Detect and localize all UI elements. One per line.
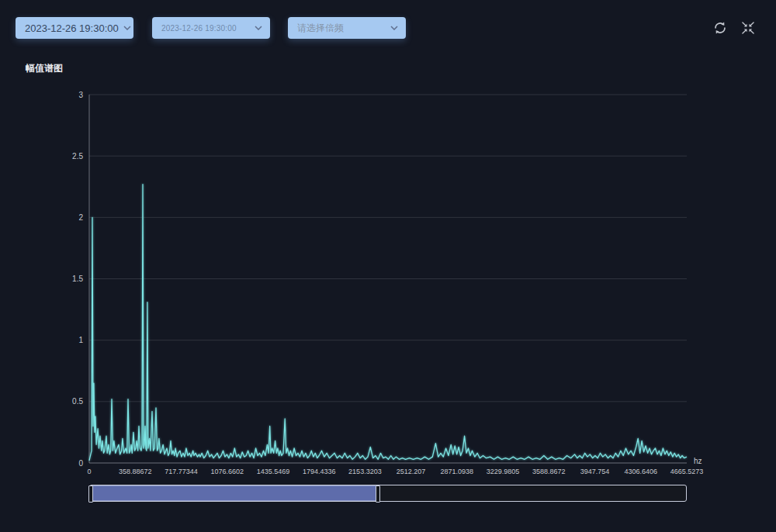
x-axis-label: 4306.6406 (624, 468, 657, 475)
spectrum-line-series (89, 185, 687, 461)
x-axis-label: 1435.5469 (257, 468, 290, 475)
y-axis-label: 0.5 (72, 397, 83, 406)
x-axis-label: 0 (87, 468, 91, 475)
x-axis-label: 4665.5273 (670, 468, 704, 475)
x-axis-label: 2512.207 (397, 468, 426, 475)
x-axis-label: 1794.4336 (303, 468, 336, 475)
y-axis-label: 2.5 (72, 152, 83, 161)
y-axis-label: 3 (78, 91, 83, 99)
datazoom-slider[interactable] (89, 485, 687, 502)
y-axis-label: 1.5 (72, 275, 83, 283)
datazoom-right-handle[interactable] (376, 485, 380, 503)
y-axis-label: 0 (78, 459, 83, 468)
y-axis-label: 2 (78, 213, 83, 222)
x-axis-label: 3947.754 (580, 468, 610, 475)
x-axis-label: 717.77344 (165, 468, 198, 475)
x-axis-unit-label: hz (694, 457, 702, 465)
amplitude-spectrum-chart: 00.511.522.530358.88672717.773441076.660… (0, 0, 776, 481)
y-axis-label: 1 (78, 336, 83, 344)
x-axis-label: 2153.3203 (348, 468, 382, 475)
x-axis-label: 358.88672 (119, 468, 152, 475)
x-axis-label: 3229.9805 (487, 468, 520, 475)
x-axis-label: 1076.6602 (210, 468, 244, 475)
datazoom-window[interactable] (90, 485, 379, 501)
x-axis-label: 2871.0938 (441, 468, 474, 475)
x-axis-label: 3588.8672 (532, 468, 566, 475)
datazoom-left-handle[interactable] (88, 485, 93, 503)
